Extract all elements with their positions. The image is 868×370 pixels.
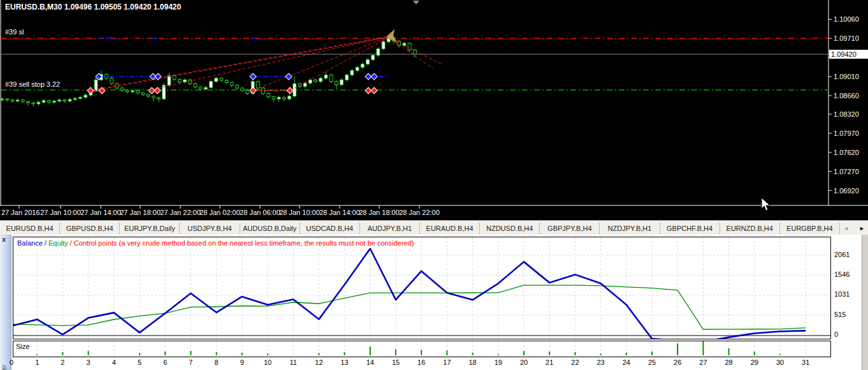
chart-tab-nzdjpy-b-h1[interactable]: NZDJPY.B,H1	[600, 223, 660, 234]
price-tick-label: 1.07270	[834, 168, 859, 175]
chart-tab-audjpy-b-h1[interactable]: AUDJPY.B,H1	[360, 223, 420, 234]
current-price-badge: 1.09420	[829, 50, 868, 59]
price-tick-label: 1.06920	[834, 187, 859, 195]
time-tick-label: 28 Jan 22:00	[391, 209, 448, 216]
graph-x-tick: 2	[54, 359, 71, 366]
graph-x-tick: 27	[695, 359, 711, 366]
graph-y-tick: 2061	[834, 251, 864, 258]
legend-equity: Equity	[48, 239, 68, 247]
balance-line	[13, 249, 806, 339]
tester-right-edge	[862, 235, 868, 370]
graph-x-tick: 8	[208, 359, 225, 366]
price-tick-label: 1.07620	[834, 149, 859, 156]
size-panel-label: Size	[16, 343, 29, 350]
price-tick-label: 1.09010	[834, 73, 859, 80]
chart-tab-gbpjpy-b-h4[interactable]: GBPJPY.B,H4	[540, 223, 600, 234]
tester-graph-panel: Balance / Equity / Control points (a ver…	[13, 237, 831, 339]
mt4-terminal: EURUSD.B,M30 1.09496 1.09505 1.09420 1.0…	[0, 0, 868, 370]
graph-x-tick: 16	[413, 359, 430, 366]
price-tick-label: 1.09710	[834, 34, 859, 42]
chart-tab-audusd-b-daily[interactable]: AUDUSD.B,Daily	[240, 223, 300, 234]
tab-scroll-right-icon[interactable]: ►	[859, 225, 865, 232]
graph-x-tick: 24	[618, 359, 635, 366]
price-tick-label: 1.10060	[834, 15, 859, 23]
graph-x-tick: 5	[131, 359, 148, 366]
size-panel: Size	[13, 341, 831, 357]
graph-x-tick: 14	[362, 359, 379, 366]
tab-scroll-buttons: ◄ ►	[840, 225, 868, 232]
graph-x-tick: 1	[29, 359, 45, 366]
graph-x-tick: 31	[797, 359, 814, 366]
chart-tab-usdjpy-b-h4[interactable]: USDJPY.B,H4	[180, 223, 240, 234]
candlestick-chart	[0, 0, 868, 220]
graph-x-tick: 25	[644, 359, 660, 366]
graph-x-tick: 15	[387, 359, 404, 366]
graph-x-tick: 0	[3, 359, 20, 366]
close-icon[interactable]: x	[2, 235, 6, 243]
graph-x-tick: 12	[310, 359, 327, 366]
graph-x-tick: 9	[234, 359, 250, 366]
chart-tab-gbpchf-b-h4[interactable]: GBPCHF.B,H4	[660, 223, 720, 234]
graph-x-tick: 21	[541, 359, 558, 366]
chart-tab-eurgbp-b-h4[interactable]: EURGBP.B,H4	[780, 223, 840, 234]
graph-x-tick: 13	[336, 359, 353, 366]
graph-x-tick: 7	[182, 359, 199, 366]
graph-x-tick: 26	[669, 359, 686, 366]
tester-panel-titlebar: x Tester	[0, 235, 11, 370]
graph-y-tick: 1546	[834, 270, 864, 278]
price-tick-label: 1.07970	[834, 130, 859, 137]
graph-y-tick: 515	[834, 311, 864, 318]
graph-y-tick: 0	[834, 330, 864, 338]
graph-x-tick: 30	[772, 359, 788, 366]
graph-x-tick: 28	[721, 359, 737, 366]
sell-stop-label: #39 sell stop 3.22	[5, 80, 60, 88]
legend-control-points: Control points (a very crude method base…	[74, 239, 414, 247]
chart-tab-eurnzd-b-h4[interactable]: EURNZD.B,H4	[720, 223, 780, 234]
legend-balance: Balance	[17, 239, 43, 247]
graph-x-tick: 29	[746, 359, 763, 366]
chart-tab-nzdusd-b-h4[interactable]: NZDUSD.B,H4	[480, 223, 540, 234]
size-bars-chart	[13, 341, 830, 357]
graph-x-tick: 23	[593, 359, 609, 366]
chart-tab-usdcad-b-h4[interactable]: USDCAD.B,H4	[300, 223, 360, 234]
chart-tab-euraud-b-h4[interactable]: EURAUD.B,H4	[420, 223, 480, 234]
balance-equity-graph	[13, 237, 830, 339]
chart-tab-eurjpy-b-daily[interactable]: EURJPY.B,Daily	[120, 223, 180, 234]
price-tick-label: 1.08320	[834, 110, 859, 118]
graph-x-tick: 22	[567, 359, 583, 366]
graph-x-tick: 4	[106, 359, 122, 366]
tab-scroll-left-icon[interactable]: ◄	[843, 225, 849, 232]
stop-loss-label: #39 sl	[5, 28, 24, 36]
price-chart-window: EURUSD.B,M30 1.09496 1.09505 1.09420 1.0…	[0, 0, 868, 220]
graph-legend: Balance / Equity / Control points (a ver…	[17, 239, 414, 247]
chart-title: EURUSD.B,M30 1.09496 1.09505 1.09420 1.0…	[5, 3, 181, 11]
graph-x-tick: 3	[80, 359, 97, 366]
graph-x-tick: 11	[285, 359, 301, 366]
chart-tab-gbpusd-b-h4[interactable]: GBPUSD.B,H4	[60, 223, 120, 234]
graph-x-tick: 18	[465, 359, 481, 366]
graph-x-tick: 19	[490, 359, 507, 366]
tester-panel: x Tester Balance / Equity / Control poin…	[0, 235, 868, 370]
graph-x-tick: 10	[259, 359, 276, 366]
chart-tab-eurusd-b-h4[interactable]: EURUSD.B,H4	[0, 223, 60, 234]
graph-x-tick: 6	[157, 359, 173, 366]
price-tick-label: 1.08660	[834, 92, 859, 100]
equity-line	[13, 285, 806, 329]
chart-tab-bar: EURUSD.B,H4GBPUSD.B,H4EURJPY.B,DailyUSDJ…	[0, 220, 868, 236]
graph-y-tick: 1031	[834, 290, 864, 298]
graph-x-tick: 17	[438, 359, 455, 366]
graph-x-tick: 20	[516, 359, 532, 366]
